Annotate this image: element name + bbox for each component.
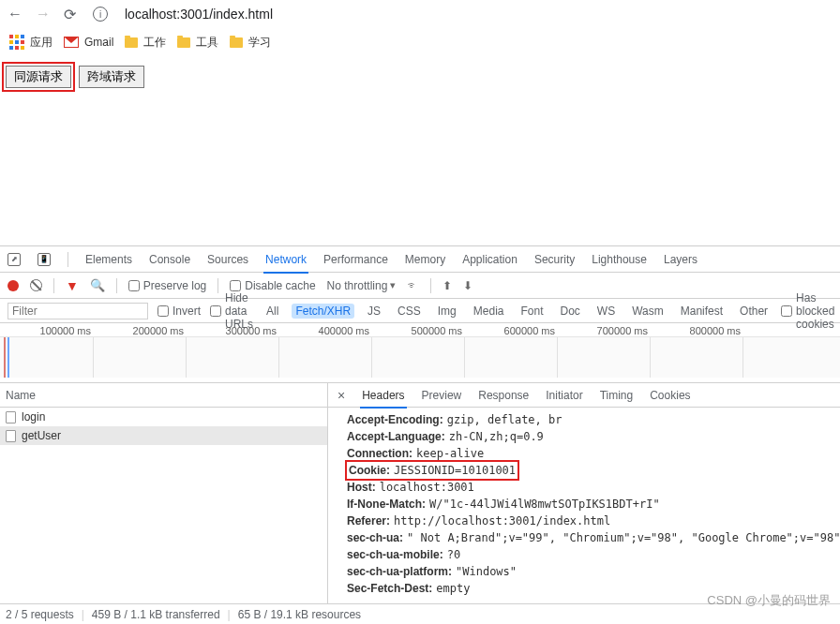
bookmark-folder-0[interactable]: 工作	[125, 35, 166, 51]
cross-origin-button[interactable]: 跨域请求	[79, 66, 144, 88]
apps-icon	[9, 35, 24, 50]
same-origin-button[interactable]: 同源请求	[6, 66, 71, 88]
online-icon[interactable]: ᯤ	[407, 278, 419, 292]
file-icon	[6, 430, 16, 442]
filter-doc[interactable]: Doc	[556, 304, 583, 319]
name-column-header[interactable]: Name	[0, 383, 327, 408]
tab-headers[interactable]: Headers	[362, 389, 404, 402]
tl-tick: 300000 ms	[186, 325, 278, 336]
throttling-select[interactable]: No throttling▾	[327, 279, 397, 292]
filter-toggle-icon[interactable]: ▼	[66, 278, 79, 293]
tl-tick: 200000 ms	[93, 325, 186, 336]
disable-cache-checkbox[interactable]: Disable cache	[230, 279, 315, 292]
filter-manifest[interactable]: Manifest	[677, 304, 727, 319]
download-icon[interactable]: ⬇	[463, 279, 472, 292]
request-name: login	[22, 410, 45, 423]
tab-elements[interactable]: Elements	[85, 253, 132, 266]
filter-img[interactable]: Img	[434, 304, 460, 319]
record-icon[interactable]	[8, 280, 19, 291]
headers-list: Accept-Encoding: gzip, deflate, brAccept…	[328, 408, 840, 608]
gmail-bookmark[interactable]: Gmail	[64, 36, 113, 49]
tab-security[interactable]: Security	[534, 253, 575, 266]
filter-input[interactable]	[8, 303, 148, 319]
search-icon[interactable]: 🔍	[90, 278, 105, 292]
tab-layers[interactable]: Layers	[664, 253, 698, 266]
request-name: getUser	[22, 429, 61, 442]
request-row-getuser[interactable]: getUser	[0, 426, 327, 445]
status-requests: 2 / 5 requests	[6, 608, 74, 621]
tab-preview[interactable]: Preview	[422, 389, 462, 402]
bookmarks-bar: 应用 Gmail 工作 工具 学习	[0, 28, 840, 56]
tab-application[interactable]: Application	[462, 253, 518, 266]
tl-tick: 500000 ms	[371, 325, 464, 336]
request-row-login[interactable]: login	[0, 408, 327, 426]
folder-icon	[230, 37, 243, 48]
back-icon[interactable]: ←	[8, 6, 22, 22]
folder-icon	[177, 37, 190, 48]
disable-cache-label: Disable cache	[245, 279, 315, 292]
preserve-log-label: Preserve log	[143, 279, 206, 292]
preserve-log-checkbox[interactable]: Preserve log	[128, 279, 206, 292]
bookmark-folder-2[interactable]: 学习	[230, 35, 271, 51]
tab-sources[interactable]: Sources	[207, 253, 248, 266]
address-bar-url[interactable]: localhost:3001/index.html	[125, 7, 273, 22]
bookmark-label: 学习	[248, 35, 271, 51]
tab-initiator[interactable]: Initiator	[546, 389, 582, 402]
tl-tick: 600000 ms	[464, 325, 557, 336]
tab-console[interactable]: Console	[149, 253, 190, 266]
bookmark-folder-1[interactable]: 工具	[177, 35, 218, 51]
invert-label: Invert	[172, 305, 201, 318]
status-resources: 65 B / 19.1 kB resources	[238, 608, 361, 621]
filter-ws[interactable]: WS	[593, 304, 619, 319]
tl-tick: 400000 ms	[278, 325, 371, 336]
tab-response[interactable]: Response	[478, 389, 529, 402]
reload-icon[interactable]: ⟳	[64, 6, 76, 23]
cookie-header-highlight: Cookie:JESSIONID=10101001	[347, 462, 518, 479]
filter-fetch-xhr[interactable]: Fetch/XHR	[292, 304, 354, 319]
throttling-label: No throttling	[327, 279, 388, 292]
bookmark-label: 工作	[143, 35, 166, 51]
devtools-panel: ⬈ 📱 Elements Console Sources Network Per…	[0, 245, 840, 608]
close-details-icon[interactable]: ×	[338, 388, 345, 403]
filter-all[interactable]: All	[262, 304, 282, 319]
tl-tick: 100000 ms	[0, 325, 93, 336]
inspect-icon[interactable]: ⬈	[8, 253, 21, 266]
upload-icon[interactable]: ⬆	[442, 279, 452, 292]
tab-network[interactable]: Network	[265, 253, 307, 266]
status-transferred: 459 B / 1.1 kB transferred	[92, 608, 220, 621]
tab-performance[interactable]: Performance	[323, 253, 388, 266]
filter-media[interactable]: Media	[470, 304, 508, 319]
filter-js[interactable]: JS	[364, 304, 384, 319]
filter-font[interactable]: Font	[517, 304, 547, 319]
tab-lighthouse[interactable]: Lighthouse	[592, 253, 647, 266]
filter-css[interactable]: CSS	[394, 304, 425, 319]
tl-tick: 700000 ms	[557, 325, 650, 336]
gmail-label: Gmail	[84, 36, 113, 49]
tab-cookies[interactable]: Cookies	[650, 389, 690, 402]
bookmark-label: 工具	[196, 35, 218, 51]
gmail-icon	[64, 37, 79, 48]
tl-tick: 800000 ms	[650, 325, 742, 336]
invert-checkbox[interactable]: Invert	[158, 305, 201, 318]
forward-icon: →	[36, 6, 51, 22]
clear-icon[interactable]	[30, 279, 42, 291]
apps-button[interactable]: 应用	[9, 35, 52, 51]
filter-wasm[interactable]: Wasm	[628, 304, 668, 319]
device-toggle-icon[interactable]: 📱	[38, 253, 51, 266]
site-info-icon[interactable]: i	[93, 7, 108, 22]
file-icon	[6, 411, 16, 423]
filter-other[interactable]: Other	[736, 304, 772, 319]
folder-icon	[125, 37, 138, 48]
network-timeline[interactable]: 100000 ms 200000 ms 300000 ms 400000 ms …	[0, 323, 840, 383]
tab-timing[interactable]: Timing	[600, 389, 634, 402]
tab-memory[interactable]: Memory	[405, 253, 445, 266]
apps-label: 应用	[30, 35, 52, 51]
status-bar: 2 / 5 requests | 459 B / 1.1 kB transfer…	[0, 603, 840, 624]
